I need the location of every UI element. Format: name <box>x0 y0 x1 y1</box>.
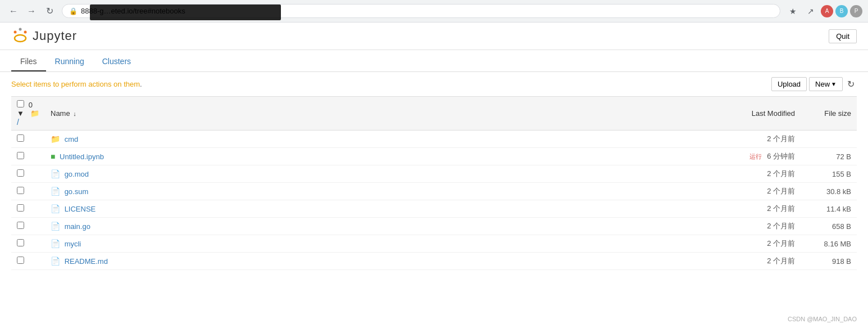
file-table: 0 ▼ 📁 / Name ↓ Last Modified File size <box>11 96 857 270</box>
toolbar-description: Select items to perform actions on them. <box>11 80 142 88</box>
file-link[interactable]: go.sum <box>65 187 89 196</box>
toolbar-text-part2: them <box>124 80 140 88</box>
row-checkbox[interactable] <box>17 239 24 246</box>
row-name-cell: ■ Untitled.ipynb <box>45 148 699 165</box>
file-icon: 📄 <box>51 187 60 196</box>
row-check-cell <box>11 200 45 218</box>
nav-buttons: ← → ↻ <box>6 3 57 19</box>
row-modified-cell: 2 个月前 <box>699 183 801 200</box>
tab-running[interactable]: Running <box>46 52 93 71</box>
row-check-cell <box>11 148 45 165</box>
row-modified-cell: 2 个月前 <box>699 131 801 148</box>
bookmark-button[interactable]: ★ <box>785 3 801 19</box>
row-modified-cell: 2 个月前 <box>699 200 801 218</box>
toolbar-text-part1: Select items to perform actions on <box>11 80 122 88</box>
file-icon: 📄 <box>51 257 60 266</box>
row-name-cell: 📄 go.sum <box>45 183 699 200</box>
forward-button[interactable]: → <box>24 3 39 19</box>
svg-point-0 <box>15 35 26 42</box>
reload-button[interactable]: ↻ <box>42 3 57 19</box>
table-row: 📄 README.md 2 个月前 918 B <box>11 253 857 270</box>
row-size-cell: 918 B <box>801 253 857 270</box>
new-button[interactable]: New ▼ <box>809 77 843 91</box>
modified-column-header: Last Modified <box>699 97 801 131</box>
row-checkbox[interactable] <box>17 204 24 212</box>
row-size-cell <box>801 131 857 148</box>
file-link[interactable]: cmd <box>65 135 79 143</box>
modified-value: 2 个月前 <box>767 222 795 230</box>
url-redaction <box>90 5 281 20</box>
row-check-cell <box>11 235 45 253</box>
row-check-cell <box>11 183 45 200</box>
file-link[interactable]: main.go <box>65 222 90 231</box>
row-checkbox[interactable] <box>17 169 24 177</box>
file-link[interactable]: README.md <box>65 257 108 266</box>
lock-icon: 🔒 <box>69 7 78 15</box>
file-link[interactable]: LICENSE <box>65 205 96 213</box>
share-button[interactable]: ↗ <box>803 3 819 19</box>
breadcrumb: / <box>17 118 19 127</box>
file-link[interactable]: Untitled.ipynb <box>60 152 104 161</box>
row-name-cell: 📄 README.md <box>45 253 699 270</box>
size-value: 155 B <box>832 170 851 178</box>
upload-button[interactable]: Upload <box>771 77 807 91</box>
row-modified-cell: 2 个月前 <box>699 165 801 183</box>
size-value: 72 B <box>836 152 851 161</box>
row-name-cell: 📄 go.mod <box>45 165 699 183</box>
browser-actions: ★ ↗ A B P <box>785 3 862 19</box>
table-header-row: 0 ▼ 📁 / Name ↓ Last Modified File size <box>11 97 857 131</box>
toolbar-right: Upload New ▼ ↻ <box>771 77 857 92</box>
row-size-cell: 658 B <box>801 218 857 235</box>
row-checkbox[interactable] <box>17 187 24 194</box>
select-all-checkbox[interactable] <box>17 100 24 107</box>
row-check-cell <box>11 218 45 235</box>
size-value: 11.4 kB <box>826 205 851 213</box>
row-check-cell <box>11 253 45 270</box>
row-size-cell: 72 B <box>801 148 857 165</box>
current-folder-icon: 📁 <box>30 109 39 118</box>
row-modified-cell: 运行 6 分钟前 <box>699 148 801 165</box>
row-size-cell: 11.4 kB <box>801 200 857 218</box>
quit-button[interactable]: Quit <box>829 29 857 43</box>
row-name-cell: 📄 mycli <box>45 235 699 253</box>
row-name-cell: 📄 LICENSE <box>45 200 699 218</box>
row-checkbox[interactable] <box>17 134 24 142</box>
file-list: 📁 cmd 2 个月前 ■ Untitled.ipynb 运行 6 分钟前 <box>11 131 857 270</box>
row-checkbox[interactable] <box>17 152 24 159</box>
row-checkbox[interactable] <box>17 222 24 229</box>
name-column-header[interactable]: Name ↓ <box>45 97 699 131</box>
size-value: 918 B <box>832 257 851 266</box>
header-dropdown-arrow[interactable]: ▼ <box>17 109 24 118</box>
jupyter-logo-icon <box>11 27 29 45</box>
file-icon: 📄 <box>51 239 60 248</box>
modified-value: 2 个月前 <box>767 134 795 143</box>
file-link[interactable]: go.mod <box>65 170 89 178</box>
new-button-label: New <box>815 80 830 88</box>
tab-clusters[interactable]: Clusters <box>93 52 140 71</box>
header-count: 0 <box>29 101 33 109</box>
file-icon: 📄 <box>51 204 60 213</box>
modified-value: 2 个月前 <box>767 239 795 248</box>
file-link[interactable]: mycli <box>65 240 81 248</box>
file-icon: 📄 <box>51 169 60 178</box>
back-button[interactable]: ← <box>6 3 21 19</box>
svg-point-1 <box>14 31 17 34</box>
refresh-button[interactable]: ↻ <box>845 77 857 92</box>
row-size-cell: 155 B <box>801 165 857 183</box>
row-check-cell <box>11 131 45 148</box>
row-checkbox[interactable] <box>17 257 24 264</box>
size-value: 658 B <box>832 222 851 231</box>
row-name-cell: 📁 cmd <box>45 131 699 148</box>
svg-point-2 <box>24 31 27 34</box>
svg-point-3 <box>19 28 22 31</box>
notebook-icon: ■ <box>51 152 55 161</box>
table-row: 📄 go.mod 2 个月前 155 B <box>11 165 857 183</box>
modified-value: 2 个月前 <box>767 187 795 195</box>
size-column-header: File size <box>801 97 857 131</box>
size-value: 30.8 kB <box>826 187 851 196</box>
row-modified-cell: 2 个月前 <box>699 218 801 235</box>
file-icon: 📄 <box>51 222 60 231</box>
table-row: 📁 cmd 2 个月前 <box>11 131 857 148</box>
tab-files[interactable]: Files <box>11 52 46 71</box>
table-row: 📄 go.sum 2 个月前 30.8 kB <box>11 183 857 200</box>
